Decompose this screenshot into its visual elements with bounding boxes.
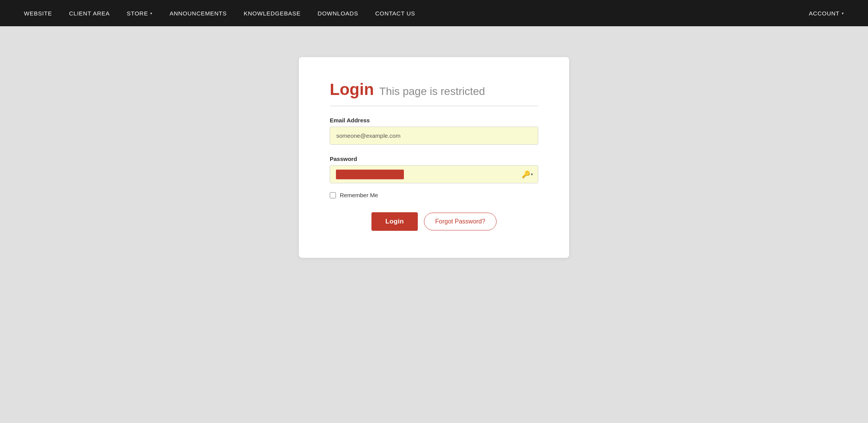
remember-me-label[interactable]: Remember Me (340, 192, 378, 198)
forgot-password-button[interactable]: Forgot Password? (424, 213, 497, 230)
remember-me-group: Remember Me (330, 192, 538, 198)
nav-knowledgebase[interactable]: KNOWLEDGEBASE (235, 0, 309, 26)
password-wrapper: ···················· 🔑▾ (330, 165, 538, 183)
password-group: Password ···················· 🔑▾ (330, 156, 538, 183)
remember-me-checkbox[interactable] (330, 192, 336, 198)
password-label: Password (330, 156, 538, 162)
password-toggle-button[interactable]: 🔑▾ (522, 170, 533, 179)
login-title: Login (330, 80, 374, 99)
nav-store[interactable]: STORE ▾ (118, 0, 161, 26)
main-content: Login This page is restricted Email Addr… (0, 26, 868, 423)
nav-website[interactable]: WEBSITE (15, 0, 61, 26)
password-input[interactable] (330, 165, 538, 183)
email-label: Email Address (330, 117, 538, 124)
login-header: Login This page is restricted (330, 80, 538, 106)
form-actions: Login Forgot Password? (330, 212, 538, 231)
account-dropdown-arrow: ▾ (842, 11, 844, 15)
login-subtitle: This page is restricted (379, 85, 485, 98)
nav-announcements[interactable]: ANNOUNCEMENTS (161, 0, 235, 26)
nav-account[interactable]: ACCOUNT ▾ (800, 0, 853, 26)
password-toggle-arrow: ▾ (531, 172, 533, 176)
navigation: WEBSITE CLIENT AREA STORE ▾ ANNOUNCEMENT… (0, 0, 868, 26)
login-card: Login This page is restricted Email Addr… (299, 57, 569, 258)
email-group: Email Address (330, 117, 538, 145)
nav-client-area[interactable]: CLIENT AREA (61, 0, 119, 26)
nav-contact-us[interactable]: CONTACT US (367, 0, 424, 26)
store-dropdown-arrow: ▾ (150, 11, 153, 15)
email-input[interactable] (330, 127, 538, 145)
nav-right: ACCOUNT ▾ (800, 0, 853, 26)
login-button[interactable]: Login (371, 212, 418, 231)
nav-downloads[interactable]: DOWNLOADS (309, 0, 367, 26)
nav-left: WEBSITE CLIENT AREA STORE ▾ ANNOUNCEMENT… (15, 0, 424, 26)
